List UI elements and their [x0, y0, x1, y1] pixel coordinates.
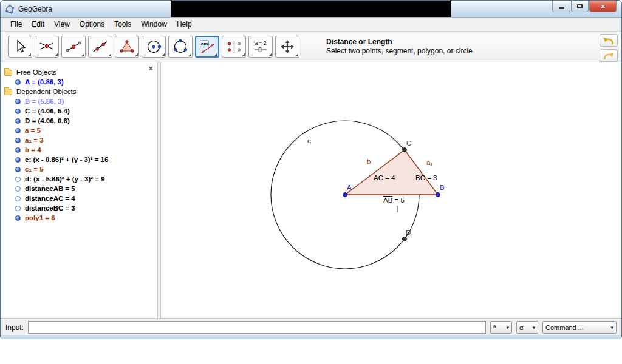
input-bar: Input: ª▾α▾Command ...▾ — [1, 318, 621, 335]
svg-text:a = 2: a = 2 — [255, 40, 266, 46]
maximize-button[interactable] — [571, 1, 589, 12]
algebra-close-button[interactable]: × — [148, 65, 153, 72]
reflect-tool[interactable] — [222, 36, 246, 58]
folder-icon — [4, 89, 12, 95]
menu-window[interactable]: Window — [136, 19, 172, 30]
tool-dropdown-arrow-icon[interactable] — [81, 53, 84, 56]
command-dropdown[interactable]: Command ...▾ — [542, 321, 617, 334]
algebra-item[interactable]: distanceAC = 4 — [1, 194, 157, 203]
algebra-item[interactable]: distanceAB = 5 — [1, 184, 157, 194]
visibility-marble[interactable] — [15, 157, 21, 163]
tool-dropdown-arrow-icon[interactable] — [188, 53, 191, 56]
visibility-marble[interactable] — [15, 196, 21, 201]
circle-with-center-tool[interactable] — [142, 36, 166, 58]
algebra-item[interactable]: a = 5 — [1, 126, 157, 135]
dropdown-value: α — [519, 324, 523, 331]
tree-section[interactable]: Free Objects — [1, 67, 157, 77]
visibility-marble[interactable] — [15, 118, 21, 124]
redacted-region — [171, 1, 451, 17]
tool-dropdown-arrow-icon[interactable] — [55, 53, 58, 56]
superscript-dropdown[interactable]: ª▾ — [490, 321, 512, 334]
tool-dropdown-arrow-icon[interactable] — [214, 53, 217, 56]
maximize-icon — [577, 4, 583, 8]
chevron-down-icon: ▾ — [532, 325, 535, 331]
slider-tool[interactable]: a = 2 — [248, 36, 273, 58]
visibility-marble[interactable] — [15, 147, 21, 153]
circle-through-points-tool[interactable] — [168, 36, 193, 58]
menu-file[interactable]: File — [5, 19, 27, 30]
title-bar[interactable]: GeoGebra × — [1, 1, 621, 18]
point-B[interactable] — [436, 193, 440, 197]
tool-dropdown-arrow-icon[interactable] — [162, 53, 165, 56]
visibility-marble[interactable] — [15, 128, 21, 133]
menu-edit[interactable]: Edit — [27, 19, 49, 30]
menu-tools[interactable]: Tools — [109, 19, 136, 30]
close-icon: × — [601, 2, 606, 10]
visibility-marble[interactable] — [15, 99, 21, 104]
algebra-item[interactable]: a₁ = 3 — [1, 135, 157, 145]
visibility-marble[interactable] — [15, 167, 21, 172]
algebra-item[interactable]: distanceBC = 3 — [1, 203, 157, 213]
line-tool[interactable] — [88, 36, 112, 58]
tool-dropdown-arrow-icon[interactable] — [28, 53, 31, 56]
section-label: Dependent Objects — [16, 88, 76, 95]
point-A[interactable] — [343, 193, 347, 197]
tool-dropdown-arrow-icon[interactable] — [135, 53, 138, 56]
close-button[interactable]: × — [589, 1, 617, 12]
menu-help[interactable]: Help — [172, 19, 197, 30]
input-field[interactable] — [28, 321, 486, 334]
visibility-marble[interactable] — [15, 79, 21, 85]
tree-section[interactable]: Dependent Objects — [1, 87, 157, 96]
redo-button[interactable] — [600, 49, 618, 62]
tool-dropdown-arrow-icon[interactable] — [295, 53, 298, 56]
point-C[interactable] — [403, 148, 407, 152]
dropdown-value: Command ... — [545, 324, 584, 331]
algebra-item[interactable]: d: (x - 5.86)² + (y - 3)² = 9 — [1, 174, 157, 184]
minimize-button[interactable] — [552, 1, 570, 12]
algebra-item[interactable]: A = (0.86, 3) — [1, 77, 157, 87]
visibility-marble[interactable] — [15, 206, 21, 211]
visibility-marble[interactable] — [15, 109, 21, 114]
undo-button[interactable] — [600, 34, 618, 47]
folder-icon — [4, 70, 12, 76]
polygon-tool[interactable] — [115, 36, 139, 58]
window-title: GeoGebra — [18, 5, 52, 13]
menu-options[interactable]: Options — [75, 19, 109, 30]
tool-dropdown-arrow-icon[interactable] — [242, 53, 245, 56]
algebra-item[interactable]: b = 4 — [1, 145, 157, 155]
object-text: c: (x - 0.86)² + (y - 3)² = 16 — [25, 156, 108, 163]
tool-help-subtitle: Select two points, segment, polygon, or … — [326, 47, 473, 56]
dropdown-value: ª — [493, 324, 496, 331]
object-text: A = (0.86, 3) — [25, 78, 64, 86]
move-tool[interactable] — [8, 36, 32, 58]
graphics-view[interactable]: ABCDcba₁AC = 4BC = 3AB = 5 — [161, 62, 621, 318]
menu-bar: FileEditViewOptionsToolsWindowHelp — [1, 18, 621, 32]
content-area: × Free ObjectsA = (0.86, 3)Dependent Obj… — [1, 62, 621, 318]
algebra-item[interactable]: poly1 = 6 — [1, 213, 157, 223]
object-text: distanceBC = 3 — [25, 204, 75, 212]
tool-dropdown-arrow-icon[interactable] — [268, 53, 272, 56]
algebra-item[interactable]: C = (4.06, 5.4) — [1, 106, 157, 116]
algebra-item[interactable]: c: (x - 0.86)² + (y - 3)² = 16 — [1, 155, 157, 164]
visibility-marble[interactable] — [15, 186, 21, 192]
distance-or-length-tool[interactable]: cm — [195, 36, 219, 58]
algebra-item[interactable]: B = (5.86, 3) — [1, 96, 157, 106]
visibility-marble[interactable] — [15, 138, 21, 143]
move-graphics-view-tool[interactable] — [275, 36, 299, 58]
section-label: Free Objects — [16, 69, 56, 76]
visibility-marble[interactable] — [15, 215, 21, 221]
menu-view[interactable]: View — [49, 19, 75, 30]
minimize-icon — [559, 7, 564, 9]
greek-letter-dropdown[interactable]: α▾ — [516, 321, 538, 334]
triangle-poly1[interactable] — [345, 150, 438, 195]
toolbar: cma = 2 Distance or Length Select two po… — [1, 32, 621, 62]
point-D[interactable] — [403, 237, 407, 241]
midpoint-tool[interactable] — [61, 36, 86, 58]
algebra-item[interactable]: D = (4.06, 0.6) — [1, 116, 157, 126]
algebra-item[interactable]: c₁ = 5 — [1, 164, 157, 174]
input-label: Input: — [5, 323, 24, 332]
tool-dropdown-arrow-icon[interactable] — [108, 53, 111, 56]
visibility-marble[interactable] — [15, 177, 21, 182]
svg-text:cm: cm — [201, 41, 208, 47]
point-tool[interactable] — [35, 36, 59, 58]
